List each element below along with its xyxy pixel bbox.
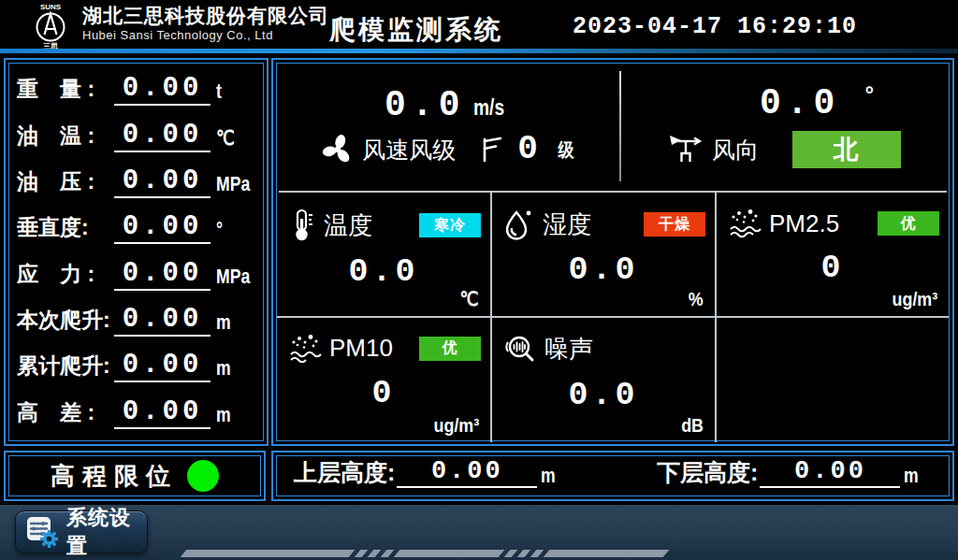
wind-vane-icon	[667, 133, 704, 166]
layer-heights-panel: 上层高度: 0.00 m 下层高度: 0.00 m	[271, 451, 954, 501]
metric-label: 油 温 :	[17, 122, 114, 152]
wind-section: 0.0 m/s 风速风级	[277, 64, 949, 191]
metric-unit: m	[216, 403, 246, 429]
wind-divider	[619, 71, 621, 181]
metric-label: 高 差 :	[17, 398, 114, 429]
company-name-block: 湖北三思科技股份有限公司 Hubei Sansi Technology Co.,…	[82, 5, 329, 42]
metric-value: 0.00	[114, 167, 210, 198]
pm25-cell: PM2.5 优 0 ug/m³	[717, 193, 949, 318]
metric-unit: m	[216, 310, 246, 337]
metric-row-oil-temp: 油 温 : 0.00 ℃	[17, 122, 254, 152]
temperature-label: 温度	[324, 209, 372, 242]
upper-height-unit: m	[541, 464, 556, 488]
metric-row-verticality: 垂直度: 0.00 °	[17, 213, 254, 244]
pm10-value: 0	[277, 378, 490, 410]
header-accent-line	[0, 49, 958, 53]
company-name-cn: 湖北三思科技股份有限公司	[82, 5, 329, 26]
noise-value: 0.0	[492, 380, 715, 412]
wind-level-unit: 级	[558, 137, 573, 163]
droplet-icon	[503, 208, 535, 241]
page-title: 爬模监测系统	[329, 12, 503, 48]
noise-cell: 噪声 0.0 dB	[492, 318, 717, 443]
noise-unit: dB	[681, 414, 704, 437]
metric-value: 0.00	[114, 260, 210, 291]
metric-label: 垂直度:	[17, 213, 114, 244]
elevation-limit-indicator	[187, 460, 219, 492]
lower-height-value: 0.00	[760, 459, 900, 488]
environment-panel: 0.0 m/s 风速风级	[271, 58, 954, 446]
wind-direction-value: 0.0	[760, 86, 840, 122]
lower-height-unit: m	[904, 464, 919, 488]
metric-value: 0.00	[114, 122, 210, 152]
taskbar: 系统设置	[0, 505, 958, 560]
metric-label: 油 压 :	[17, 167, 114, 198]
wind-speed-label: 风速风级	[362, 135, 456, 165]
metric-label: 重 量 :	[17, 75, 114, 106]
company-name-en: Hubei Sansi Technology Co., Ltd	[82, 29, 329, 42]
dust-icon	[288, 333, 322, 365]
temperature-value: 0.0	[277, 256, 490, 289]
elevation-limit-panel: 高程限位	[4, 451, 266, 501]
pm10-label: PM10	[329, 334, 393, 363]
wind-level-value: 0	[517, 133, 538, 166]
wind-speed-value: 0.0	[385, 88, 465, 123]
metric-row-stress: 应 力 : 0.00 MPa	[17, 260, 254, 291]
taskbar-decoration	[183, 550, 666, 557]
lower-height-label: 下层高度:	[657, 457, 758, 488]
thermometer-icon	[288, 208, 316, 243]
pm25-label: PM2.5	[769, 209, 839, 238]
metric-row-oil-pressure: 油 压 : 0.00 MPa	[17, 167, 254, 198]
humidity-status-badge: 干燥	[644, 212, 705, 237]
pm25-status-badge: 优	[878, 211, 939, 236]
metric-row-current-climb: 本次爬升: 0.00 m	[17, 306, 254, 337]
settings-button-label: 系统设置	[66, 504, 138, 560]
temperature-unit: ℃	[460, 288, 479, 310]
temperature-cell: 温度 寒冷 0.0 ℃	[277, 193, 492, 318]
metric-unit: m	[216, 356, 246, 382]
environment-grid: 温度 寒冷 0.0 ℃ 湿度 干燥	[277, 193, 949, 442]
humidity-cell: 湿度 干燥 0.0 %	[492, 193, 717, 318]
wind-direction-unit: °	[864, 81, 874, 108]
wind-speed-unit: m/s	[473, 94, 504, 121]
wind-speed-block: 0.0 m/s 风速风级	[277, 64, 619, 191]
metric-label: 应 力 :	[17, 260, 114, 291]
pm10-cell: PM10 优 0 ug/m³	[277, 318, 492, 443]
metric-row-total-climb: 累计爬升: 0.00 m	[17, 352, 254, 382]
noise-label: 噪声	[544, 333, 593, 366]
company-logo-icon: SUNS 三思	[24, 2, 77, 50]
metric-row-weight: 重 量 : 0.00 t	[17, 75, 254, 106]
metric-label: 本次爬升:	[17, 306, 114, 337]
metric-unit: MPa	[216, 172, 246, 198]
metric-row-height-diff: 高 差 : 0.00 m	[17, 398, 254, 429]
metric-value: 0.00	[114, 213, 210, 244]
datetime-display: 2023-04-17 16:29:10	[573, 13, 857, 40]
metric-value: 0.00	[114, 398, 210, 429]
header: SUNS 三思 湖北三思科技股份有限公司 Hubei Sansi Technol…	[0, 0, 958, 49]
metric-unit: MPa	[216, 265, 246, 291]
humidity-value: 0.0	[492, 254, 715, 287]
wind-direction-block: 0.0 ° 风向 北	[619, 64, 949, 191]
pm25-unit: ug/m³	[892, 288, 937, 310]
upper-height-label: 上层高度:	[294, 457, 395, 488]
monitoring-screen: SUNS 三思 湖北三思科技股份有限公司 Hubei Sansi Technol…	[0, 0, 958, 560]
wind-level-icon	[478, 135, 506, 165]
noise-icon	[503, 333, 537, 366]
metric-unit: ℃	[216, 126, 246, 152]
system-settings-button[interactable]: 系统设置	[15, 510, 148, 553]
settings-sliders-gear-icon	[25, 515, 59, 549]
metric-value: 0.00	[114, 306, 210, 337]
metric-unit: °	[216, 218, 246, 244]
humidity-label: 湿度	[543, 208, 591, 241]
metric-value: 0.00	[114, 75, 210, 106]
pm25-value: 0	[717, 252, 949, 285]
metrics-panel: 重 量 : 0.00 t 油 温 : 0.00 ℃ 油 压 : 0.00 MPa…	[4, 58, 269, 446]
fan-icon	[321, 133, 355, 166]
svg-text:SUNS: SUNS	[40, 3, 62, 11]
metric-value: 0.00	[114, 352, 210, 382]
pm10-unit: ug/m³	[433, 414, 479, 437]
empty-cell	[717, 318, 949, 443]
pm10-status-badge: 优	[419, 337, 481, 361]
dust-icon	[728, 208, 762, 239]
wind-direction-label: 风向	[712, 135, 759, 165]
metric-label: 累计爬升:	[17, 352, 114, 382]
